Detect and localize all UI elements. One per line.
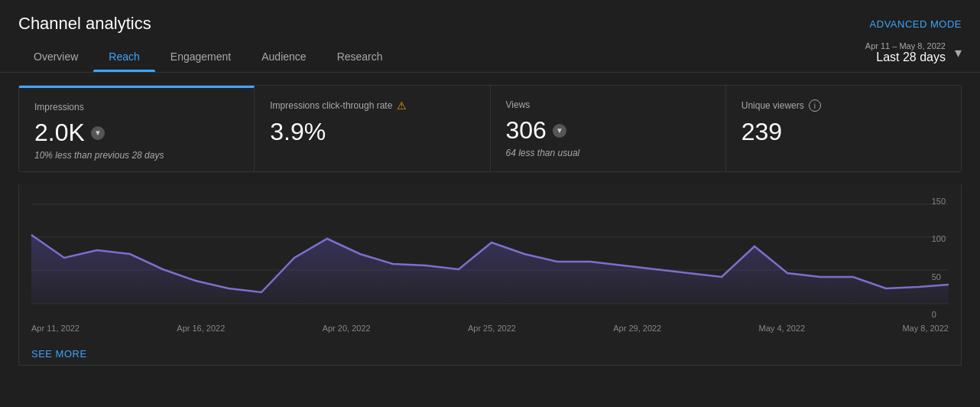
- page-header: Channel analytics ADVANCED MODE: [0, 0, 980, 41]
- tab-research[interactable]: Research: [322, 43, 398, 72]
- impressions-label: Impressions: [34, 102, 239, 112]
- metric-ctr: Impressions click-through rate ⚠ 3.9%: [255, 86, 490, 171]
- unique-viewers-value: 239: [741, 118, 946, 146]
- svg-marker-4: [31, 235, 949, 304]
- date-range-sub: Apr 11 – May 8, 2022: [865, 41, 946, 50]
- see-more-button[interactable]: SEE MORE: [31, 348, 87, 360]
- metrics-row: Impressions 2.0K ▼ 10% less than previou…: [18, 85, 962, 172]
- tab-overview[interactable]: Overview: [18, 43, 93, 72]
- tab-reach[interactable]: Reach: [93, 43, 154, 72]
- date-range-main: Last 28 days: [865, 50, 946, 64]
- advanced-mode-button[interactable]: ADVANCED MODE: [870, 18, 962, 30]
- x-axis-labels: Apr 11, 2022 Apr 16, 2022 Apr 20, 2022 A…: [31, 319, 949, 339]
- date-range-selector[interactable]: Apr 11 – May 8, 2022 Last 28 days ▾: [865, 41, 962, 72]
- impressions-value: 2.0K ▼: [34, 119, 239, 147]
- chart-container: 150 100 50 0: [31, 197, 949, 319]
- unique-viewers-info-icon: i: [809, 99, 821, 112]
- date-range-label: Apr 11 – May 8, 2022 Last 28 days: [865, 41, 946, 64]
- impressions-down-icon: ▼: [91, 126, 105, 140]
- views-value: 306 ▼: [506, 116, 710, 145]
- unique-viewers-label: Unique viewers i: [741, 99, 946, 112]
- views-down-icon: ▼: [553, 124, 566, 138]
- tab-engagement[interactable]: Engagement: [155, 43, 246, 72]
- ctr-value: 3.9%: [270, 118, 474, 146]
- metric-impressions: Impressions 2.0K ▼ 10% less than previou…: [19, 86, 255, 171]
- page-title: Channel analytics: [18, 14, 151, 34]
- impressions-sub: 10% less than previous 28 days: [34, 150, 239, 161]
- chart-wrapper: 150 100 50 0 Apr 11, 2022 Apr 16, 2022 A…: [31, 197, 949, 339]
- tabs-bar: Overview Reach Engagement Audience Resea…: [0, 41, 980, 73]
- views-label: Views: [506, 99, 710, 110]
- see-more-row: SEE MORE: [31, 339, 949, 365]
- tab-list: Overview Reach Engagement Audience Resea…: [18, 43, 398, 72]
- ctr-warn-icon: ⚠: [397, 99, 407, 112]
- tab-audience[interactable]: Audience: [246, 43, 321, 72]
- metric-views: Views 306 ▼ 64 less than usual: [491, 86, 726, 171]
- chart-svg: [31, 197, 949, 319]
- views-sub: 64 less than usual: [506, 148, 710, 158]
- dropdown-arrow-icon[interactable]: ▾: [955, 44, 962, 61]
- ctr-label: Impressions click-through rate ⚠: [270, 99, 474, 112]
- chart-area: 150 100 50 0 Apr 11, 2022 Apr 16, 2022 A…: [18, 184, 962, 366]
- metric-unique-viewers: Unique viewers i 239: [726, 86, 961, 171]
